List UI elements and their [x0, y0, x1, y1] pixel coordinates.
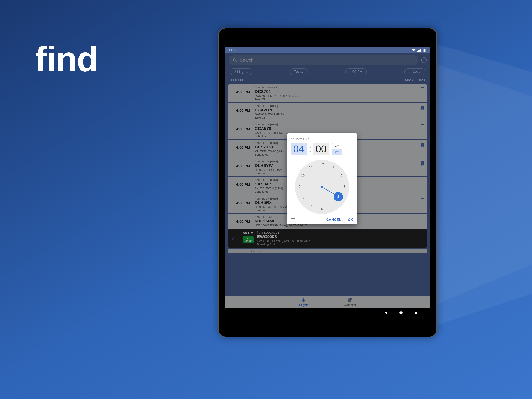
flight-number: CCA578	[255, 126, 425, 131]
clock-number[interactable]: 12	[319, 162, 325, 166]
flight-from: from EDDL (DUS)	[255, 104, 425, 108]
nav-home-icon[interactable]	[399, 310, 403, 315]
subheader-date: Mar 20, 2023	[405, 78, 425, 82]
flight-card[interactable]: 4:00 PM from EDDB (BER) DCS701 DCS 701, …	[228, 84, 427, 102]
filter-local[interactable]: Local	[404, 68, 425, 75]
clock-number[interactable]: 11	[308, 165, 314, 169]
clock-number[interactable]: 9	[297, 185, 302, 189]
nav-recent-icon[interactable]	[414, 310, 418, 315]
svg-rect-3	[424, 49, 426, 52]
clock-number[interactable]: 1	[331, 165, 336, 169]
clock-face[interactable]: 4 121234567891011	[295, 160, 349, 214]
clock-number[interactable]: 7	[308, 204, 314, 208]
minute-selector[interactable]: 00	[313, 143, 329, 155]
svg-point-4	[234, 59, 236, 61]
subheader-time: 4:00 PM	[231, 78, 243, 82]
wifi-icon	[412, 49, 416, 52]
flight-number: DCS701	[255, 89, 425, 94]
system-navbar	[225, 308, 430, 318]
flight-from: from EDDF (FRA)	[255, 123, 425, 126]
clock-number[interactable]: 8	[300, 196, 305, 200]
flight-card[interactable]: 4:00 PM from EDDL (DUS) ECA2UN GAT 002, …	[228, 103, 427, 121]
flight-time: 4:00 PM	[231, 160, 250, 175]
highlight-flight-card[interactable]: ★ 3:55 PM TSAT in01:05 from EDDL (DUS) E…	[228, 229, 427, 248]
nav-flights[interactable]: Flights	[299, 298, 309, 307]
status-icons	[412, 49, 427, 52]
flight-number: ECA2UN	[255, 108, 425, 113]
svg-point-7	[350, 298, 352, 300]
battery-icon	[422, 49, 427, 52]
flight-detail: EWG9008, EDWX (GWT), A320, 9HAMK	[257, 239, 425, 243]
search-placeholder: Search	[240, 58, 253, 63]
bookmark-badge-icon	[347, 298, 352, 303]
search-input[interactable]: Search	[229, 55, 418, 65]
flight-status: Boarding End	[257, 243, 425, 246]
nav-watchlist[interactable]: Watchlist	[343, 298, 356, 307]
clock-icon	[409, 70, 412, 73]
flight-number: EWG9008	[257, 234, 425, 239]
tsat-badge: TSAT in01:05	[243, 236, 253, 243]
time-picker-dialog: SELECT TIME 04 : 00 AM PM 4 121234567891…	[287, 134, 357, 225]
status-bar: 11:08	[225, 47, 430, 53]
keyboard-icon[interactable]	[291, 218, 295, 221]
flight-time: 4:00 PM	[231, 178, 250, 193]
star-icon[interactable]: ★	[231, 231, 236, 246]
flight-detail: GAT 002, EGLF (FAB),	[255, 113, 425, 116]
am-button[interactable]: AM	[332, 143, 342, 149]
dialog-title: SELECT TIME	[291, 138, 353, 141]
clock-knob[interactable]: 4	[334, 192, 343, 201]
clock-center	[321, 186, 323, 188]
search-icon	[233, 58, 237, 62]
flight-time: 4:00 PM	[231, 123, 250, 138]
signal-icon	[417, 49, 421, 52]
flight-status: Take-Off	[255, 116, 425, 119]
time-colon: :	[309, 144, 311, 154]
flight-time: 4:00 PM	[231, 197, 250, 212]
clock-number[interactable]: 6	[319, 207, 325, 211]
filter-time[interactable]: 4:00 PM	[345, 68, 367, 75]
pm-button[interactable]: PM	[332, 149, 342, 155]
clock-number[interactable]: 3	[342, 185, 347, 189]
flight-time: 4:00 PM	[231, 215, 250, 227]
cancelled-row: Cancelled	[228, 249, 427, 253]
svg-rect-2	[424, 49, 425, 49]
cancel-button[interactable]: CANCEL	[326, 218, 341, 222]
clock-number[interactable]: 5	[331, 204, 336, 208]
hero-text: find	[35, 39, 98, 79]
info-icon[interactable]: i	[421, 58, 427, 63]
svg-rect-9	[415, 312, 418, 314]
flight-from: from EDDL (DUS)	[257, 231, 425, 234]
hour-selector[interactable]: 04	[291, 143, 307, 155]
svg-point-8	[399, 311, 403, 315]
status-time: 11:08	[229, 48, 237, 52]
flight-status: Take-Off	[255, 97, 425, 101]
clock-number[interactable]: 10	[300, 174, 305, 178]
plane-icon	[301, 298, 306, 303]
filter-today[interactable]: Today	[290, 68, 308, 75]
filter-all-flights[interactable]: All flights	[230, 68, 252, 75]
tablet-frame: 11:08 Search i All flights	[218, 28, 437, 337]
flight-time: 4:00 PM	[231, 141, 250, 156]
nav-back-icon[interactable]	[383, 310, 388, 315]
flight-from: from EDDB (BER)	[255, 86, 425, 89]
flight-detail: DCS 701, EDTY (), C56X, DCAAA	[255, 94, 425, 97]
ok-button[interactable]: OK	[348, 218, 354, 222]
highlight-time: 3:55 PM	[240, 231, 253, 235]
bottom-nav: Flights Watchlist	[225, 296, 430, 308]
clock-number[interactable]: 2	[339, 174, 344, 178]
flight-time: 4:00 PM	[231, 104, 250, 119]
svg-line-5	[236, 61, 237, 62]
flight-time: 4:00 PM	[231, 86, 250, 101]
